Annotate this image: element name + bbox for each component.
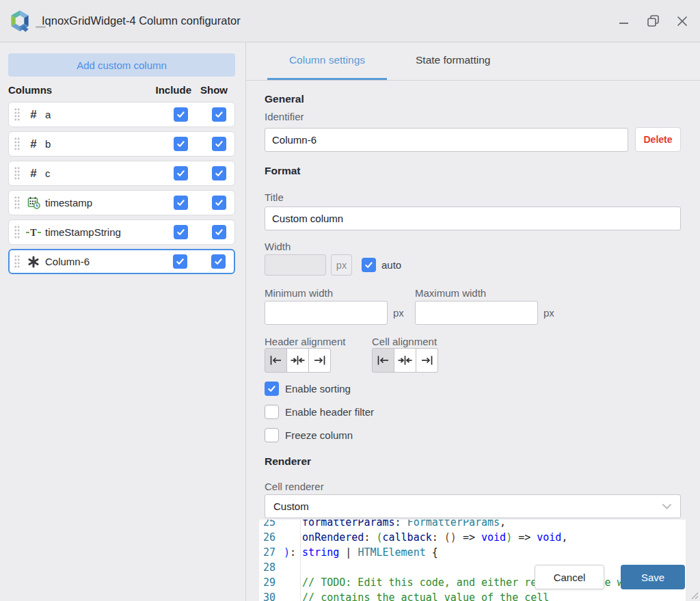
show-checkbox[interactable] bbox=[212, 107, 226, 122]
cell-align-center-button[interactable] bbox=[394, 348, 416, 373]
line-number: 28 bbox=[259, 560, 284, 575]
show-checkbox[interactable] bbox=[212, 225, 226, 239]
width-label: Width bbox=[265, 241, 681, 252]
columns-header-label: Columns bbox=[8, 84, 52, 96]
include-checkbox[interactable] bbox=[174, 225, 188, 239]
max-width-label: Maximum width bbox=[415, 287, 565, 299]
show-checkbox[interactable] bbox=[212, 196, 226, 210]
column-list-item-timestamp[interactable]: timestamp bbox=[8, 190, 235, 215]
include-checkbox[interactable] bbox=[173, 254, 187, 269]
drag-handle-icon[interactable] bbox=[14, 166, 21, 181]
column-list-item-c[interactable]: # c bbox=[8, 161, 235, 186]
restore-button[interactable] bbox=[646, 14, 660, 28]
column-item-label: timeStampString bbox=[45, 226, 121, 238]
code-line: 27): string | HTMLElement { bbox=[259, 545, 686, 560]
drag-handle-icon[interactable] bbox=[14, 107, 21, 122]
enable-sorting-label: Enable sorting bbox=[285, 383, 351, 395]
chevron-down-icon bbox=[662, 503, 672, 510]
column-item-label: timestamp bbox=[45, 197, 92, 209]
show-checkbox[interactable] bbox=[212, 166, 226, 181]
resize-handle[interactable] bbox=[689, 590, 699, 600]
cell-align-right-button[interactable] bbox=[416, 348, 438, 373]
save-button[interactable]: Save bbox=[621, 565, 685, 589]
min-width-input[interactable] bbox=[265, 301, 388, 325]
line-number: 29 bbox=[259, 575, 284, 590]
line-number: 27 bbox=[259, 545, 284, 560]
hash-icon: # bbox=[25, 137, 42, 151]
show-checkbox[interactable] bbox=[211, 254, 226, 269]
cancel-button[interactable]: Cancel bbox=[535, 565, 604, 589]
title-input[interactable] bbox=[265, 206, 681, 230]
header-align-center-button[interactable] bbox=[286, 348, 309, 373]
include-checkbox[interactable] bbox=[174, 166, 188, 181]
header-align-left-button[interactable] bbox=[265, 348, 287, 373]
window-controls bbox=[617, 0, 689, 42]
code-text: onRendered: (callback: () => void) => vo… bbox=[284, 530, 686, 545]
column-item-label: c bbox=[45, 168, 51, 179]
add-custom-column-button[interactable]: Add custom column bbox=[8, 53, 235, 77]
delete-column-button[interactable]: Delete bbox=[635, 127, 681, 152]
align-right-icon bbox=[420, 356, 433, 365]
enable-header-filter-label: Enable header filter bbox=[285, 406, 374, 418]
header-alignment-label: Header alignment bbox=[265, 336, 372, 347]
close-icon bbox=[677, 16, 688, 27]
columns-panel: Add custom column Columns Include Show #… bbox=[0, 42, 246, 601]
include-checkbox[interactable] bbox=[174, 196, 188, 210]
align-center-icon bbox=[291, 356, 305, 365]
tab-bar: Column settings State formatting bbox=[246, 42, 700, 81]
cell-renderer-select[interactable]: Custom bbox=[265, 494, 681, 518]
tab-column-settings[interactable]: Column settings bbox=[267, 42, 387, 80]
calendar-clock-icon bbox=[25, 196, 42, 209]
column-list-item-timestampstring[interactable]: T timeStampString bbox=[8, 219, 235, 245]
minimize-button[interactable] bbox=[617, 14, 630, 28]
column-list-item-column-6[interactable]: Column-6 bbox=[8, 249, 235, 274]
include-header-label: Include bbox=[155, 84, 191, 96]
header-align-right-button[interactable] bbox=[308, 348, 331, 373]
renderer-heading: Renderer bbox=[265, 455, 681, 468]
app-logo-icon bbox=[7, 8, 33, 35]
enable-sorting-row: Enable sorting bbox=[265, 382, 681, 396]
title-label: Title bbox=[265, 191, 681, 203]
column-item-label: Column-6 bbox=[45, 256, 90, 267]
align-center-icon bbox=[398, 356, 412, 365]
freeze-column-label: Freeze column bbox=[285, 429, 353, 441]
freeze-column-row: Freeze column bbox=[265, 428, 681, 442]
include-checkbox[interactable] bbox=[174, 107, 188, 122]
column-list-item-a[interactable]: # a bbox=[8, 102, 235, 127]
tab-state-formatting[interactable]: State formatting bbox=[387, 42, 519, 80]
width-input[interactable] bbox=[265, 254, 326, 276]
close-button[interactable] bbox=[675, 14, 689, 28]
width-unit-box: px bbox=[331, 254, 352, 276]
svg-text:T: T bbox=[30, 227, 37, 237]
enable-sorting-checkbox[interactable] bbox=[265, 382, 279, 396]
identifier-input[interactable] bbox=[265, 128, 628, 152]
drag-handle-icon[interactable] bbox=[14, 254, 21, 269]
code-text: ): string | HTMLElement { bbox=[284, 545, 686, 560]
include-checkbox[interactable] bbox=[174, 137, 188, 151]
cell-renderer-label: Cell renderer bbox=[265, 481, 681, 492]
column-list-item-b[interactable]: # b bbox=[8, 131, 235, 157]
cell-align-left-button[interactable] bbox=[372, 348, 394, 373]
enable-header-filter-checkbox[interactable] bbox=[265, 405, 279, 419]
freeze-column-checkbox[interactable] bbox=[265, 428, 279, 442]
auto-width-checkbox[interactable] bbox=[362, 258, 376, 272]
drag-handle-icon[interactable] bbox=[14, 137, 21, 151]
drag-handle-icon[interactable] bbox=[14, 225, 21, 239]
max-width-input[interactable] bbox=[415, 301, 538, 325]
enable-header-filter-row: Enable header filter bbox=[265, 405, 681, 419]
titlebar: IqnoxGridWidget-4 Column configurator bbox=[0, 0, 700, 42]
logo-underline bbox=[36, 26, 46, 28]
line-number: 30 bbox=[259, 590, 284, 601]
settings-panel: Column settings State formatting General… bbox=[246, 42, 700, 601]
align-left-icon bbox=[377, 356, 390, 365]
hash-icon: # bbox=[25, 167, 42, 181]
header-alignment-group bbox=[265, 348, 331, 373]
hash-icon: # bbox=[25, 108, 42, 122]
line-number: 26 bbox=[259, 530, 284, 545]
show-checkbox[interactable] bbox=[212, 137, 226, 151]
code-line: 25 formatterParams: FormatterParams, bbox=[259, 520, 686, 530]
drag-handle-icon[interactable] bbox=[14, 196, 21, 210]
cell-renderer-value: Custom bbox=[273, 500, 309, 512]
cell-alignment-group bbox=[372, 348, 438, 373]
main-area: Add custom column Columns Include Show #… bbox=[0, 42, 700, 601]
